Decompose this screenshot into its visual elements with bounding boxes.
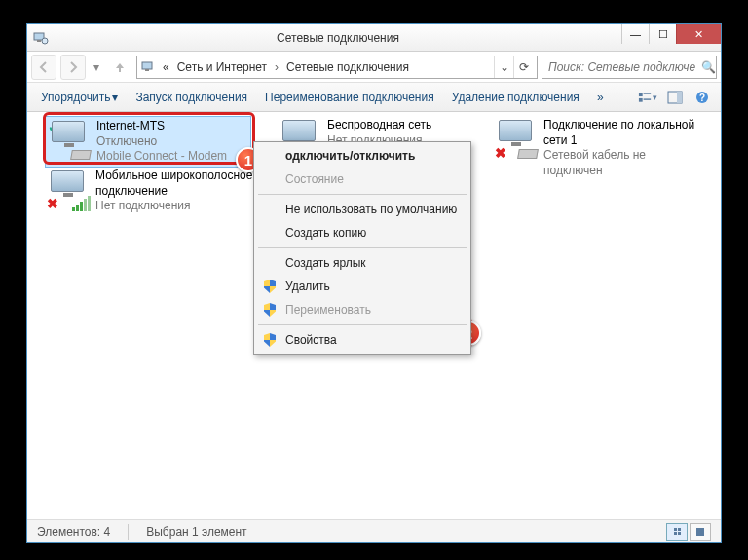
app-icon <box>33 30 49 46</box>
context-menu: одключить/отключить Состояние Не использ… <box>253 141 471 355</box>
status-selected-count: Выбран 1 элемент <box>146 525 246 539</box>
error-x-icon: ✖ <box>495 145 506 161</box>
chevron-right-icon: › <box>273 60 280 74</box>
connection-status: Нет подключения <box>95 199 261 214</box>
command-bar: Упорядочить ▾ Запуск подключения Переиме… <box>27 83 721 112</box>
context-properties[interactable]: Свойства <box>256 328 468 352</box>
nav-history-dropdown[interactable]: ▾ <box>90 60 103 74</box>
connection-icon: ✖ <box>495 118 538 161</box>
context-create-shortcut[interactable]: Создать ярлык <box>256 251 468 275</box>
rename-connection-button[interactable]: Переименование подключения <box>259 87 440 108</box>
status-element-count: Элементов: 4 <box>37 525 110 539</box>
svg-rect-1 <box>37 40 41 42</box>
error-x-icon: ✖ <box>47 196 58 211</box>
view-mode-toggles <box>666 523 711 541</box>
location-icon <box>141 59 157 75</box>
connection-status: Отключено <box>96 134 227 150</box>
nav-up-button[interactable] <box>107 55 132 80</box>
menu-separator <box>258 194 467 195</box>
overflow-chevron[interactable]: » <box>591 87 610 108</box>
titlebar: Сетевые подключения — ☐ ✕ <box>27 24 721 52</box>
refresh-button[interactable]: ⟳ <box>513 56 533 78</box>
shield-icon <box>262 279 278 294</box>
nav-back-button[interactable] <box>31 55 56 80</box>
view-options-button[interactable]: ▾ <box>637 87 658 108</box>
content-area: ✓ Internet-MTS Отключено Mobile Connect … <box>27 112 721 519</box>
menu-separator <box>258 247 467 248</box>
delete-connection-button[interactable]: Удаление подключения <box>446 87 585 108</box>
window-controls: — ☐ ✕ <box>621 24 721 44</box>
breadcrumb-root[interactable]: « <box>161 58 171 76</box>
svg-rect-4 <box>145 69 149 71</box>
help-button[interactable]: ? <box>692 87 713 108</box>
connection-icon: ✓ <box>48 119 91 162</box>
minimize-button[interactable]: — <box>621 24 649 44</box>
maximize-button[interactable]: ☐ <box>649 24 676 44</box>
explorer-window: Сетевые подключения — ☐ ✕ ▾ « Сеть и Инт… <box>26 23 722 543</box>
view-details-button[interactable] <box>666 523 688 541</box>
preview-pane-button[interactable] <box>664 87 686 108</box>
svg-rect-3 <box>142 62 152 69</box>
context-rename: Переименовать <box>256 298 468 321</box>
connection-device: Mobile Connect - Modem <box>96 149 227 165</box>
window-title: Сетевые подключения <box>55 31 621 45</box>
svg-rect-10 <box>677 92 682 103</box>
context-create-copy[interactable]: Создать копию <box>256 221 468 244</box>
connection-name: Подключение по локальной сети 1 <box>543 118 705 148</box>
status-bar: Элементов: 4 Выбран 1 элемент <box>27 519 721 542</box>
svg-rect-8 <box>644 98 652 99</box>
svg-rect-6 <box>644 93 652 93</box>
shield-icon <box>262 302 278 317</box>
svg-point-2 <box>42 38 48 44</box>
menu-separator <box>258 324 467 325</box>
connection-name: Internet-MTS <box>96 119 227 134</box>
search-icon: 🔍 <box>701 60 716 74</box>
shield-icon <box>262 332 278 348</box>
context-delete[interactable]: Удалить <box>256 275 468 298</box>
connection-status: Сетевой кабель не подключен <box>543 148 705 178</box>
svg-rect-5 <box>639 93 643 96</box>
connection-mobile-broadband[interactable]: ✖ Мобильное широкополосное подключение Н… <box>45 167 269 216</box>
connection-name: Беспроводная сеть <box>327 118 431 133</box>
breadcrumb-parent[interactable]: Сеть и Интернет <box>175 58 269 76</box>
svg-text:?: ? <box>699 93 705 103</box>
svg-rect-7 <box>639 97 643 101</box>
breadcrumb-current[interactable]: Сетевые подключения <box>284 58 411 76</box>
address-dropdown[interactable]: ⌄ <box>494 56 513 78</box>
nav-forward-button[interactable] <box>60 55 86 80</box>
connection-icon: ✖ <box>47 168 90 211</box>
start-connection-button[interactable]: Запуск подключения <box>130 87 253 108</box>
search-box[interactable]: 🔍 <box>542 56 717 79</box>
connection-name: Мобильное широкополосное подключение <box>95 168 261 199</box>
close-button[interactable]: ✕ <box>676 24 721 44</box>
connection-lan-1[interactable]: ✖ Подключение по локальной сети 1 Сетево… <box>493 116 707 180</box>
context-status: Состояние <box>256 168 468 191</box>
context-connect-toggle[interactable]: одключить/отключить <box>256 144 468 168</box>
organize-menu[interactable]: Упорядочить ▾ <box>35 87 124 108</box>
search-input[interactable] <box>546 59 697 75</box>
address-bar[interactable]: « Сеть и Интернет › Сетевые подключения … <box>136 56 538 79</box>
navigation-bar: ▾ « Сеть и Интернет › Сетевые подключени… <box>27 52 721 83</box>
context-no-default[interactable]: Не использовать по умолчанию <box>256 198 468 221</box>
chevron-down-icon: ▾ <box>112 91 118 104</box>
connection-internet-mts[interactable]: ✓ Internet-MTS Отключено Mobile Connect … <box>45 116 251 168</box>
status-separator <box>128 524 129 540</box>
view-large-icons-button[interactable] <box>690 523 711 541</box>
